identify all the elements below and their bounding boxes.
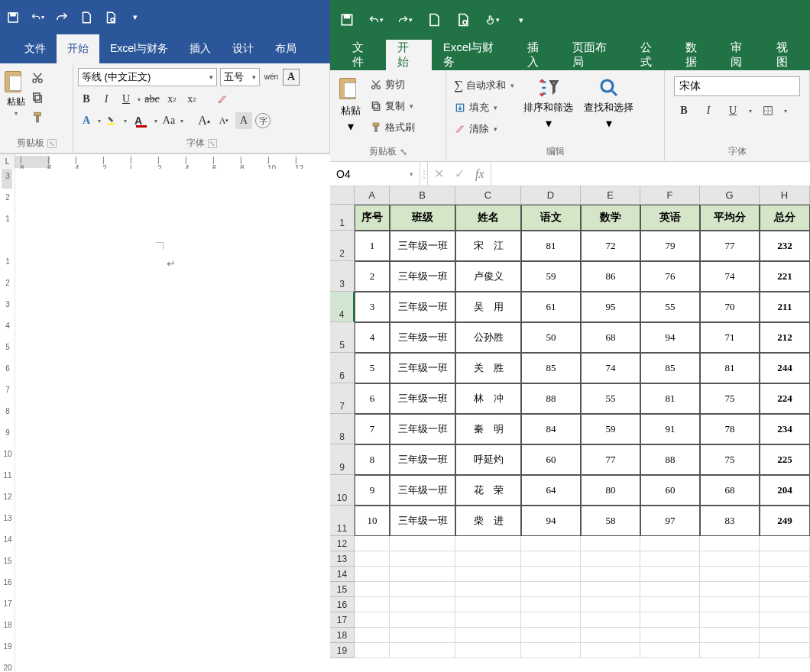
dialog-launcher-icon[interactable]: ⤡ [47,139,57,148]
table-cell[interactable]: 76 [640,261,700,292]
table-cell[interactable]: 关 胜 [455,353,521,383]
bold-button[interactable]: B [676,102,692,119]
change-case-button[interactable]: Aa [160,112,177,129]
empty-cell[interactable] [760,551,810,567]
text-effects-button[interactable]: A [78,112,95,129]
table-cell[interactable]: 83 [700,506,760,536]
empty-cell[interactable] [760,567,810,582]
table-cell[interactable]: 75 [700,383,760,414]
undo-icon[interactable]: ▾ [31,11,44,24]
empty-cell[interactable] [355,612,390,628]
table-cell[interactable]: 55 [640,292,700,322]
enter-icon[interactable]: ✓ [455,166,465,181]
table-header-cell[interactable]: 语文 [521,205,581,231]
grow-font-button[interactable]: A▴ [196,112,212,129]
table-cell[interactable]: 三年级一班 [390,322,455,353]
empty-cell[interactable] [455,582,521,597]
dialog-launcher-icon[interactable]: ⤡ [208,139,217,148]
table-cell[interactable]: 4 [355,322,390,353]
table-cell[interactable]: 94 [640,322,700,353]
empty-cell[interactable] [390,628,455,643]
excel-menu-formula[interactable]: 公式 [629,40,674,70]
subscript-button[interactable]: x2 [164,91,180,108]
table-cell[interactable]: 宋 江 [455,231,521,261]
empty-cell[interactable] [581,536,640,551]
empty-cell[interactable] [581,551,640,567]
empty-cell[interactable] [521,643,581,658]
table-cell[interactable]: 58 [581,506,640,536]
table-cell[interactable]: 55 [581,383,640,414]
table-cell[interactable]: 公孙胜 [455,322,521,353]
table-cell[interactable]: 三年级一班 [390,261,455,292]
word-ruler-vertical[interactable]: 3211234567891011121314151617181920 [0,169,15,672]
fill-button[interactable]: 填充▾ [452,99,516,116]
empty-cell[interactable] [640,628,700,643]
column-header[interactable]: B [390,186,455,205]
strike-button[interactable]: abc [144,91,160,108]
undo-icon[interactable]: ▾ [368,12,384,27]
empty-cell[interactable] [581,582,640,597]
table-cell[interactable]: 88 [521,383,581,414]
table-cell[interactable]: 85 [640,353,700,383]
table-cell[interactable]: 81 [700,353,760,383]
italic-button[interactable]: I [98,91,115,108]
table-cell[interactable]: 60 [521,444,581,475]
empty-cell[interactable] [355,597,390,612]
column-header[interactable]: G [700,186,760,205]
bold-button[interactable]: B [78,91,95,108]
name-box[interactable]: O4▾ [330,162,420,186]
table-cell[interactable]: 三年级一班 [390,383,455,414]
cut-icon[interactable] [31,71,44,85]
empty-cell[interactable] [355,628,390,643]
font-size-combo[interactable]: 五号▾ [220,68,260,86]
empty-cell[interactable] [640,582,700,597]
table-cell[interactable]: 75 [700,444,760,475]
table-cell[interactable]: 三年级一班 [390,414,455,444]
table-cell[interactable]: 212 [760,322,810,353]
table-cell[interactable]: 61 [521,292,581,322]
table-cell[interactable]: 8 [355,444,390,475]
table-cell[interactable]: 94 [521,506,581,536]
save-icon[interactable] [6,11,20,24]
empty-cell[interactable] [760,628,810,643]
table-header-cell[interactable]: 数学 [581,205,640,231]
table-cell[interactable]: 68 [581,322,640,353]
table-cell[interactable]: 71 [700,322,760,353]
table-cell[interactable]: 三年级一班 [390,444,455,475]
table-cell[interactable]: 花 荣 [455,475,521,506]
empty-cell[interactable] [581,597,640,612]
word-menu-excelfin[interactable]: Excel与财务 [99,34,179,63]
table-cell[interactable]: 68 [700,475,760,506]
enclose-char-button[interactable]: 字 [255,113,271,128]
word-ruler-horizontal[interactable]: L | 8 || 6 || 4 || 2 || || 2 || 4 || 6 |… [0,153,330,169]
empty-cell[interactable] [390,582,455,597]
word-menu-layout[interactable]: 布局 [264,34,307,63]
empty-cell[interactable] [521,567,581,582]
table-cell[interactable]: 72 [581,231,640,261]
empty-cell[interactable] [455,597,521,612]
table-cell[interactable]: 77 [581,444,640,475]
table-cell[interactable]: 9 [355,475,390,506]
table-cell[interactable]: 84 [521,414,581,444]
word-page[interactable]: ↵ [15,169,330,672]
table-cell[interactable]: 三年级一班 [390,353,455,383]
empty-cell[interactable] [700,536,760,551]
empty-cell[interactable] [700,582,760,597]
table-header-cell[interactable]: 班级 [390,205,455,231]
font-name-combo[interactable]: 宋体 [674,76,800,96]
table-header-cell[interactable]: 总分 [760,205,810,231]
table-cell[interactable]: 225 [760,444,810,475]
table-cell[interactable]: 91 [640,414,700,444]
table-header-cell[interactable]: 英语 [640,205,700,231]
word-menu-insert[interactable]: 插入 [179,34,222,63]
table-cell[interactable]: 249 [760,506,810,536]
column-header[interactable]: F [640,186,700,205]
column-header[interactable]: C [455,186,521,205]
excel-menu-data[interactable]: 数据 [674,40,719,70]
excel-menu-review[interactable]: 审阅 [719,40,764,70]
empty-cell[interactable] [700,567,760,582]
touch-mode-icon[interactable]: ▾ [484,12,500,27]
table-cell[interactable]: 224 [760,383,810,414]
empty-cell[interactable] [581,643,640,658]
table-header-cell[interactable]: 平均分 [700,205,760,231]
